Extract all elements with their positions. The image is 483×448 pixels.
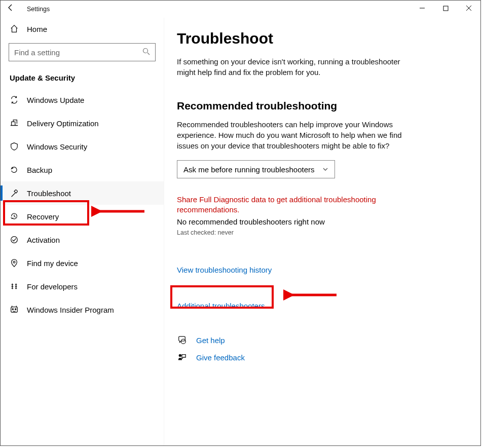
wrench-icon — [10, 189, 19, 198]
sidebar-item-label: Delivery Optimization — [27, 119, 99, 128]
sidebar-item-recovery[interactable]: Recovery — [1, 205, 164, 228]
sidebar-item-label: Recovery — [27, 212, 59, 221]
check-circle-icon — [10, 235, 19, 244]
sidebar-item-windows-insider[interactable]: Windows Insider Program — [1, 298, 164, 321]
close-button[interactable] — [457, 1, 480, 16]
additional-troubleshooters-link[interactable]: Additional troubleshooters — [177, 302, 265, 310]
sidebar-section-label: Update & Security — [1, 70, 164, 88]
sidebar-item-label: Backup — [27, 166, 52, 174]
back-button[interactable] — [1, 1, 21, 18]
feedback-icon — [177, 353, 187, 362]
window-title: Settings — [21, 6, 50, 13]
svg-point-7 — [181, 339, 185, 344]
sidebar-item-find-my-device[interactable]: Find my device — [1, 251, 164, 275]
titlebar: Settings — [1, 1, 480, 18]
dropdown-value: Ask me before running troubleshooters — [183, 165, 314, 174]
intro-text: If something on your device isn't workin… — [177, 56, 410, 78]
sync-icon — [10, 95, 19, 104]
sidebar-item-windows-update[interactable]: Windows Update — [1, 88, 164, 111]
give-feedback-link[interactable]: Give feedback — [196, 353, 245, 362]
backup-icon — [10, 165, 19, 174]
maximize-button[interactable] — [434, 1, 457, 16]
svg-point-5 — [12, 309, 13, 310]
sidebar-item-troubleshoot[interactable]: Troubleshoot — [1, 181, 164, 205]
page-title: Troubleshoot — [177, 30, 460, 47]
sidebar-item-label: For developers — [27, 282, 78, 291]
last-checked-text: Last checked: never — [177, 229, 460, 236]
svg-point-3 — [13, 261, 15, 263]
developers-icon — [10, 282, 19, 291]
view-history-link[interactable]: View troubleshooting history — [177, 266, 272, 274]
search-input[interactable]: Find a setting — [9, 43, 156, 61]
no-recommended-text: No recommended troubleshooters right now — [177, 217, 460, 226]
get-help-link[interactable]: Get help — [196, 336, 225, 345]
diagnostic-dropdown[interactable]: Ask me before running troubleshooters — [177, 160, 335, 178]
svg-point-1 — [143, 49, 148, 53]
minimize-button[interactable] — [411, 1, 434, 16]
sidebar-item-label: Find my device — [27, 259, 78, 268]
sidebar-item-label: Windows Update — [27, 96, 84, 104]
sidebar-item-label: Troubleshoot — [27, 189, 71, 198]
sidebar-item-label: Windows Insider Program — [27, 306, 114, 314]
sidebar-item-for-developers[interactable]: For developers — [1, 275, 164, 298]
search-placeholder: Find a setting — [14, 48, 60, 57]
svg-rect-0 — [443, 6, 448, 11]
recovery-icon — [10, 212, 19, 221]
get-help-icon — [177, 335, 187, 345]
search-icon — [142, 48, 150, 57]
home-button[interactable]: Home — [1, 18, 164, 40]
recommended-text: Recommended troubleshooters can help imp… — [177, 119, 410, 151]
shield-icon — [10, 142, 19, 151]
home-label: Home — [27, 25, 47, 33]
home-icon — [10, 24, 19, 33]
chevron-down-icon — [322, 165, 328, 174]
svg-point-8 — [179, 354, 181, 357]
sidebar-item-label: Activation — [27, 236, 60, 244]
sidebar-item-delivery-optimization[interactable]: Delivery Optimization — [1, 111, 164, 135]
sidebar-item-windows-security[interactable]: Windows Security — [1, 135, 164, 158]
sidebar-item-backup[interactable]: Backup — [1, 158, 164, 181]
sidebar: Home Find a setting Update & Security Wi… — [1, 18, 164, 445]
insider-icon — [10, 305, 19, 314]
content-pane: Troubleshoot If something on your device… — [164, 18, 480, 445]
location-icon — [10, 258, 19, 268]
svg-point-6 — [15, 309, 16, 310]
sidebar-item-activation[interactable]: Activation — [1, 228, 164, 251]
recommended-heading: Recommended troubleshooting — [177, 100, 460, 112]
delivery-icon — [10, 119, 19, 128]
svg-point-2 — [11, 237, 18, 243]
diagnostic-warning: Share Full Diagnostic data to get additi… — [177, 195, 400, 214]
sidebar-item-label: Windows Security — [27, 142, 87, 151]
